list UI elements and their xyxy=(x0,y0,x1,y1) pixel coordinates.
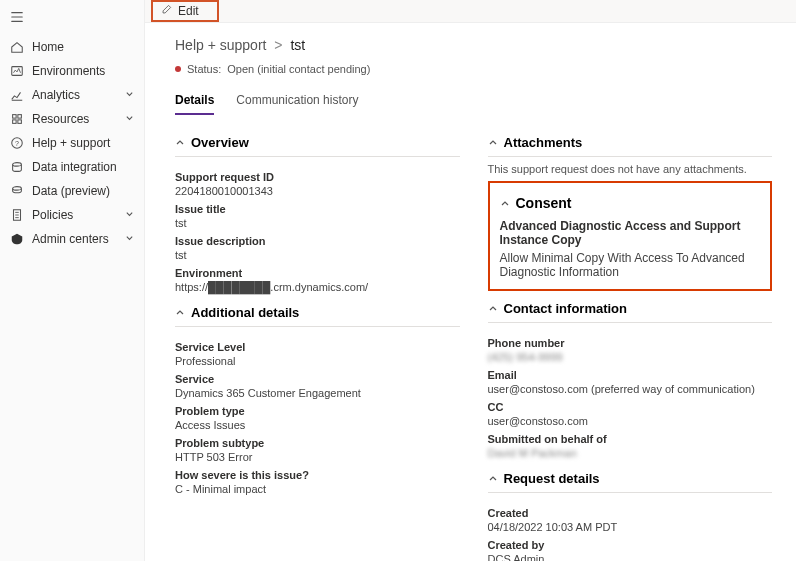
chevron-up-icon xyxy=(175,305,185,320)
sidebar-item-label: Admin centers xyxy=(32,232,109,246)
label-issue-description: Issue description xyxy=(175,235,460,247)
svg-rect-2 xyxy=(18,115,22,119)
svg-rect-4 xyxy=(18,120,22,124)
label-problem-subtype: Problem subtype xyxy=(175,437,460,449)
chevron-down-icon xyxy=(125,88,134,102)
label-phone: Phone number xyxy=(488,337,773,349)
sidebar-item-help-support[interactable]: ? Help + support xyxy=(0,131,144,155)
value-issue-title: tst xyxy=(175,217,460,229)
label-service-level: Service Level xyxy=(175,341,460,353)
chevron-up-icon xyxy=(500,195,510,211)
sidebar: Home Environments Analytics Resources ? … xyxy=(0,0,145,561)
data-preview-icon xyxy=(10,184,24,198)
sidebar-item-label: Data integration xyxy=(32,160,117,174)
status-label: Status: xyxy=(187,63,221,75)
data-integration-icon xyxy=(10,160,24,174)
help-icon: ? xyxy=(10,136,24,150)
label-support-request-id: Support request ID xyxy=(175,171,460,183)
sidebar-item-label: Policies xyxy=(32,208,73,222)
status-dot-icon xyxy=(175,66,181,72)
policies-icon xyxy=(10,208,24,222)
chevron-up-icon xyxy=(175,135,185,150)
label-behalf: Submitted on behalf of xyxy=(488,433,773,445)
admin-centers-icon xyxy=(10,232,24,246)
sidebar-item-label: Data (preview) xyxy=(32,184,110,198)
value-severity: C - Minimal impact xyxy=(175,483,460,495)
status-line: Status: Open (initial contact pending) xyxy=(175,63,772,75)
section-additional-header[interactable]: Additional details xyxy=(175,299,460,327)
breadcrumb: Help + support > tst xyxy=(175,37,772,53)
chevron-up-icon xyxy=(488,471,498,486)
section-consent-header[interactable]: Consent xyxy=(500,193,761,213)
value-service-level: Professional xyxy=(175,355,460,367)
attachments-empty-note: This support request does not have any a… xyxy=(488,157,773,179)
chevron-down-icon xyxy=(125,232,134,246)
analytics-icon xyxy=(10,88,24,102)
environments-icon xyxy=(10,64,24,78)
svg-point-8 xyxy=(13,187,22,191)
label-service: Service xyxy=(175,373,460,385)
sidebar-item-admin-centers[interactable]: Admin centers xyxy=(0,227,144,251)
label-cc: CC xyxy=(488,401,773,413)
pencil-icon xyxy=(161,4,172,18)
svg-text:?: ? xyxy=(15,140,19,147)
value-environment: https://████████.crm.dynamics.com/ xyxy=(175,281,460,293)
sidebar-item-home[interactable]: Home xyxy=(0,35,144,59)
sidebar-item-resources[interactable]: Resources xyxy=(0,107,144,131)
section-consent: Consent Advanced Diagnostic Access and S… xyxy=(488,181,773,291)
sidebar-item-data-integration[interactable]: Data integration xyxy=(0,155,144,179)
sidebar-item-environments[interactable]: Environments xyxy=(0,59,144,83)
value-issue-description: tst xyxy=(175,249,460,261)
label-email: Email xyxy=(488,369,773,381)
tab-details[interactable]: Details xyxy=(175,93,214,115)
sidebar-item-label: Analytics xyxy=(32,88,80,102)
tab-communication-history[interactable]: Communication history xyxy=(236,93,358,115)
tabs: Details Communication history xyxy=(175,93,772,115)
section-overview-header[interactable]: Overview xyxy=(175,129,460,157)
svg-rect-1 xyxy=(13,115,17,119)
sidebar-item-analytics[interactable]: Analytics xyxy=(0,83,144,107)
label-severity: How severe is this issue? xyxy=(175,469,460,481)
column-left: Overview Support request ID 220418001000… xyxy=(175,125,460,561)
svg-point-7 xyxy=(13,163,22,167)
value-cc: user@constoso.com xyxy=(488,415,773,427)
value-problem-subtype: HTTP 503 Error xyxy=(175,451,460,463)
edit-button-label: Edit xyxy=(178,4,199,18)
chevron-down-icon xyxy=(125,112,134,126)
home-icon xyxy=(10,40,24,54)
consent-title: Advanced Diagnostic Access and Support I… xyxy=(500,219,761,247)
label-created-by: Created by xyxy=(488,539,773,551)
value-email: user@constoso.com (preferred way of comm… xyxy=(488,383,773,395)
main: Edit Help + support > tst Status: Open (… xyxy=(145,0,796,561)
sidebar-item-label: Help + support xyxy=(32,136,110,150)
label-problem-type: Problem type xyxy=(175,405,460,417)
chevron-down-icon xyxy=(125,208,134,222)
sidebar-item-label: Home xyxy=(32,40,64,54)
column-right: Attachments This support request does no… xyxy=(488,125,773,561)
status-value: Open (initial contact pending) xyxy=(227,63,370,75)
sidebar-item-label: Resources xyxy=(32,112,89,126)
sidebar-item-data-preview[interactable]: Data (preview) xyxy=(0,179,144,203)
chevron-up-icon xyxy=(488,135,498,150)
value-problem-type: Access Issues xyxy=(175,419,460,431)
topbar: Edit xyxy=(145,0,796,23)
breadcrumb-parent[interactable]: Help + support xyxy=(175,37,266,53)
value-support-request-id: 2204180010001343 xyxy=(175,185,460,197)
label-environment: Environment xyxy=(175,267,460,279)
chevron-up-icon xyxy=(488,301,498,316)
value-behalf: David M Packman xyxy=(488,447,773,459)
section-contact-header[interactable]: Contact information xyxy=(488,295,773,323)
value-created-by: DCS Admin xyxy=(488,553,773,561)
section-request-header[interactable]: Request details xyxy=(488,465,773,493)
value-created: 04/18/2022 10:03 AM PDT xyxy=(488,521,773,533)
sidebar-item-policies[interactable]: Policies xyxy=(0,203,144,227)
edit-button[interactable]: Edit xyxy=(151,0,219,22)
value-service: Dynamics 365 Customer Engagement xyxy=(175,387,460,399)
label-issue-title: Issue title xyxy=(175,203,460,215)
label-created: Created xyxy=(488,507,773,519)
hamburger-button[interactable] xyxy=(0,6,144,35)
consent-description: Allow Minimal Copy With Access To Advanc… xyxy=(500,251,761,279)
breadcrumb-current: tst xyxy=(290,37,305,53)
sidebar-item-label: Environments xyxy=(32,64,105,78)
section-attachments-header[interactable]: Attachments xyxy=(488,129,773,157)
